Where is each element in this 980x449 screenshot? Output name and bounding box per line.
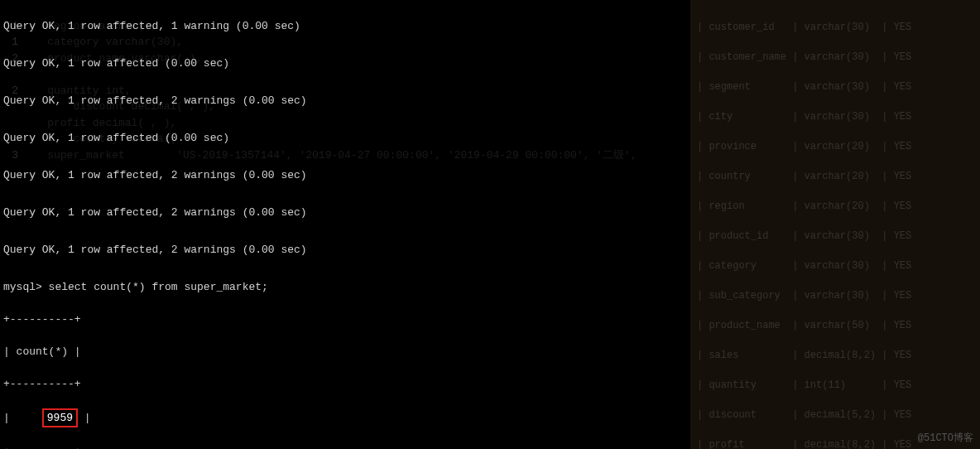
count-table-border: +----------+ [3, 444, 977, 450]
count-table-row: | 9959 | [3, 408, 977, 428]
count-table-border: +----------+ [3, 376, 977, 393]
count-table-border: +----------+ [3, 311, 977, 328]
query-result-line: Query OK, 1 row affected, 2 warnings (0.… [3, 205, 977, 221]
query-result-line: Query OK, 1 row affected (0.00 sec) [3, 56, 977, 72]
terminal-output: Query OK, 1 row affected, 1 warning (0.0… [0, 0, 980, 449]
query-result-line: Query OK, 1 row affected, 1 warning (0.0… [3, 18, 977, 35]
query-result-line: Query OK, 1 row affected, 2 warnings (0.… [3, 93, 977, 109]
count-table-header: | count(*) | [3, 344, 977, 360]
query-result-line: Query OK, 1 row affected, 2 warnings (0.… [3, 242, 977, 258]
mysql-count-query: mysql> select count(*) from super_market… [3, 279, 977, 296]
count-value-highlight: 9959 [42, 408, 78, 428]
query-result-line: Query OK, 1 row affected, 2 warnings (0.… [3, 167, 977, 184]
query-result-line: Query OK, 1 row affected (0.00 sec) [3, 130, 977, 147]
